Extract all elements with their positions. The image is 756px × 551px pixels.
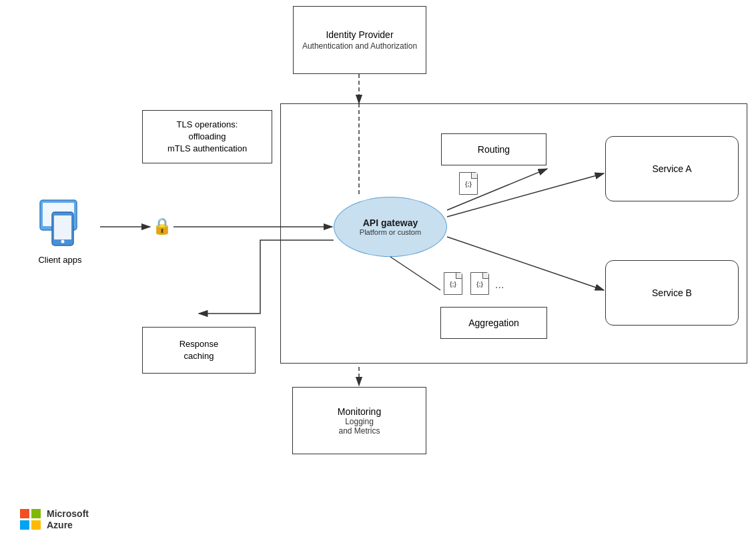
client-apps-area: Client apps [20, 193, 100, 265]
tls-box: TLS operations:offloadingmTLS authentica… [142, 110, 272, 163]
routing-box: Routing [441, 133, 546, 165]
svg-point-4 [61, 240, 65, 243]
response-caching-box: Responsecaching [142, 327, 256, 374]
azure-line2: Azure [47, 520, 89, 531]
aggregation-label: Aggregation [468, 318, 519, 328]
azure-line1: Microsoft [47, 508, 89, 520]
svg-rect-3 [54, 215, 71, 239]
routing-label: Routing [478, 144, 510, 155]
lock-icon: 🔒 [152, 217, 172, 235]
azure-squares-icon [20, 509, 41, 530]
client-devices-icon [27, 193, 93, 247]
json-doc-agg2: {;} [470, 272, 489, 295]
service-a-label: Service A [652, 163, 691, 174]
api-gateway-title: API gateway [363, 217, 418, 228]
identity-title: Identity Provider [326, 29, 393, 40]
json-doc-agg1: {;} [444, 272, 462, 295]
api-gateway-subtitle: Platform or custom [360, 228, 421, 236]
service-a-box: Service A [605, 136, 739, 201]
azure-text: Microsoft Azure [47, 508, 89, 531]
identity-provider-box: Identity Provider Authentication and Aut… [293, 6, 426, 74]
json-doc-routing: {;} [459, 172, 478, 195]
identity-subtitle: Authentication and Authorization [302, 41, 417, 51]
monitoring-box: Monitoring Loggingand Metrics [292, 387, 426, 454]
service-b-box: Service B [605, 260, 739, 326]
square-orange [20, 509, 29, 518]
azure-logo: Microsoft Azure [20, 508, 89, 531]
square-blue [20, 520, 29, 530]
monitoring-title: Monitoring [338, 406, 381, 417]
api-gateway-node: API gateway Platform or custom [334, 197, 447, 257]
dots: ... [495, 279, 504, 291]
tls-label: TLS operations:offloadingmTLS authentica… [167, 119, 247, 155]
response-label: Responsecaching [179, 338, 219, 362]
client-apps-label: Client apps [20, 255, 100, 265]
aggregation-box: Aggregation [440, 307, 547, 339]
monitoring-subtitle: Loggingand Metrics [338, 417, 380, 436]
square-yellow [31, 520, 41, 530]
service-b-label: Service B [652, 288, 692, 298]
diagram: Identity Provider Authentication and Aut… [0, 0, 756, 551]
square-green [31, 509, 41, 518]
